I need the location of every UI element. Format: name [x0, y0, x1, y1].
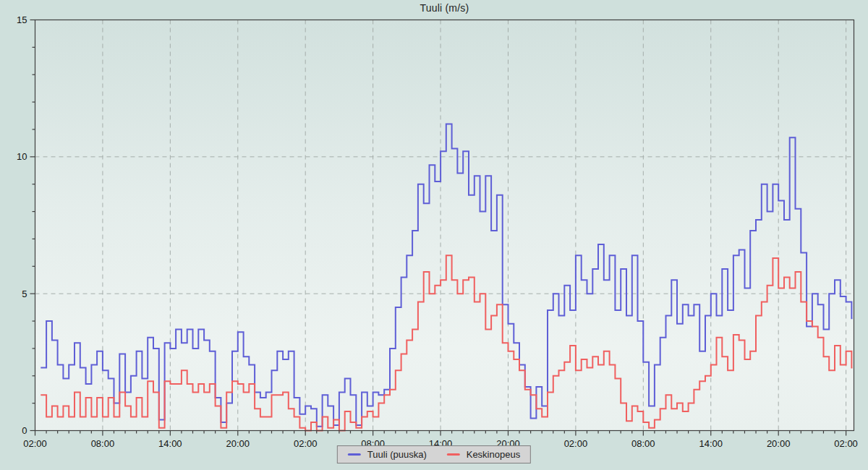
plot-background: [35, 20, 854, 431]
legend-label-avg: Keskinopeus: [467, 449, 520, 460]
x-tick-label: 20:00: [226, 438, 250, 449]
y-tick-label: 15: [17, 14, 27, 25]
y-tick-label: 0: [22, 425, 27, 436]
legend-item-gust: Tuuli (puuska): [348, 449, 427, 460]
x-tick-label: 14:00: [158, 438, 182, 449]
wind-chart: 05101502:0008:0014:0020:0002:0008:0014:0…: [0, 0, 868, 470]
legend-label-gust: Tuuli (puuska): [367, 449, 427, 460]
x-tick-label: 02:00: [564, 438, 588, 449]
x-tick-label: 20:00: [767, 438, 791, 449]
y-tick-label: 10: [17, 151, 27, 162]
avg-line-swatch: [447, 453, 460, 456]
x-tick-label: 08:00: [91, 438, 115, 449]
chart-legend: Tuuli (puuska) Keskinopeus: [337, 445, 531, 463]
x-tick-label: 02:00: [834, 438, 858, 449]
x-tick-label: 08:00: [631, 438, 655, 449]
wind-chart-page: Tuuli (m/s) 05101502:0008:0014:0020:0002…: [0, 0, 868, 470]
y-tick-label: 5: [22, 289, 27, 299]
legend-item-avg: Keskinopeus: [447, 449, 520, 460]
x-tick-label: 02:00: [23, 438, 47, 449]
x-tick-label: 14:00: [699, 438, 723, 449]
x-tick-label: 02:00: [294, 438, 318, 449]
gust-line-swatch: [348, 453, 361, 456]
